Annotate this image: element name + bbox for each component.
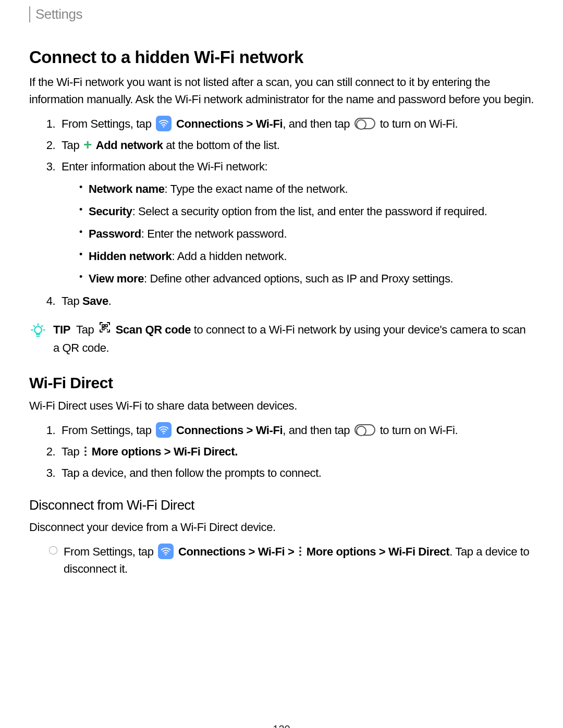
text: . — [235, 445, 238, 458]
network-fields-list: Network name: Type the exact name of the… — [62, 180, 534, 287]
sep: > — [161, 445, 174, 458]
label-add-network: Add network — [96, 139, 163, 152]
field-password: Password: Enter the network password. — [79, 225, 534, 242]
label: View more — [89, 272, 144, 285]
wifi-icon — [158, 544, 174, 559]
label-wifi-direct: Wi-Fi Direct — [174, 445, 235, 458]
label-wifi: Wi-Fi — [258, 545, 285, 558]
lightbulb-icon — [29, 322, 47, 342]
text: : Select a security option from the list… — [132, 205, 487, 218]
intro-wifi-direct: Wi-Fi Direct uses Wi-Fi to share data be… — [29, 397, 534, 414]
qr-code-icon — [99, 321, 111, 338]
label: Security — [89, 205, 132, 218]
field-view-more: View more: Define other advanced options… — [79, 270, 534, 287]
heading-wifi-direct: Wi-Fi Direct — [29, 374, 534, 392]
label-wifi-direct: Wi-Fi Direct — [388, 545, 449, 558]
text: Tap — [62, 139, 82, 152]
heading-hidden-wifi: Connect to a hidden Wi-Fi network — [29, 47, 534, 67]
label-more-options: More options — [307, 545, 376, 558]
step-2: Tap More options > Wi-Fi Direct. — [58, 443, 534, 460]
toggle-icon — [354, 424, 375, 436]
label-wifi: Wi-Fi — [256, 117, 283, 130]
text: at the bottom of the list. — [163, 139, 279, 152]
text: Enter information about the Wi-Fi networ… — [62, 160, 267, 173]
toggle-icon — [354, 118, 375, 129]
field-network-name: Network name: Type the exact name of the… — [79, 180, 534, 198]
step-4: Tap Save. — [58, 292, 534, 310]
text: : Add a hidden network. — [172, 250, 287, 263]
tip-text: TIP Tap Scan QR code to connect to a Wi-… — [53, 321, 534, 356]
text: From Settings, tap — [62, 424, 154, 437]
svg-rect-5 — [105, 328, 106, 329]
text: to turn on Wi-Fi. — [380, 424, 458, 437]
label-scan-qr: Scan QR code — [116, 323, 191, 336]
wifi-icon — [156, 422, 172, 438]
text: to turn on Wi-Fi. — [380, 117, 458, 130]
label: Password — [89, 227, 141, 240]
steps-wifi-direct: From Settings, tap Connections > Wi-Fi, … — [29, 422, 534, 482]
label-save: Save — [82, 294, 108, 307]
sep: > — [246, 545, 258, 558]
field-security: Security: Select a security option from … — [79, 203, 534, 220]
intro-disconnect-wfd: Disconnect your device from a Wi-Fi Dire… — [29, 519, 534, 536]
svg-point-0 — [163, 126, 165, 128]
sep: > — [376, 545, 388, 558]
intro-hidden-wifi: If the Wi-Fi network you want is not lis… — [29, 73, 534, 108]
svg-point-8 — [165, 554, 167, 556]
label-wifi: Wi-Fi — [256, 424, 283, 437]
text: From Settings, tap — [64, 545, 156, 558]
sep: > — [285, 545, 297, 558]
step-2: Tap + Add network at the bottom of the l… — [58, 137, 534, 154]
step-3: Tap a device, and then follow the prompt… — [58, 464, 534, 482]
tip-label: TIP — [53, 323, 70, 336]
tip-block: TIP Tap Scan QR code to connect to a Wi-… — [29, 321, 534, 356]
svg-rect-6 — [107, 329, 108, 330]
text: : Type the exact name of the network. — [165, 182, 348, 195]
more-options-icon — [299, 547, 301, 556]
sep: > — [243, 117, 256, 130]
text: , and then tap — [283, 424, 353, 437]
label-more-options: More options — [92, 445, 161, 458]
svg-point-1 — [34, 327, 42, 334]
text: From Settings, tap — [62, 117, 154, 130]
svg-rect-3 — [105, 325, 107, 327]
label-connections: Connections — [176, 424, 243, 437]
disconnect-steps: From Settings, tap Connections > Wi-Fi >… — [29, 543, 534, 577]
circle-bullet-icon — [49, 546, 57, 554]
steps-hidden-wifi: From Settings, tap Connections > Wi-Fi, … — [29, 115, 534, 310]
step-1: From Settings, tap Connections > Wi-Fi, … — [58, 422, 534, 439]
disconnect-item: From Settings, tap Connections > Wi-Fi >… — [51, 543, 534, 577]
svg-rect-2 — [102, 325, 104, 327]
page-number: 120 — [29, 723, 534, 728]
step-3: Enter information about the Wi-Fi networ… — [58, 158, 534, 287]
breadcrumb: Settings — [29, 6, 534, 22]
text: Tap — [62, 294, 82, 307]
heading-disconnect-wfd: Disconnect from Wi-Fi Direct — [29, 497, 534, 513]
text: Tap — [76, 323, 97, 336]
text: Tap — [62, 445, 82, 458]
field-hidden-network: Hidden network: Add a hidden network. — [79, 248, 534, 265]
label: Hidden network — [89, 250, 172, 263]
svg-point-7 — [163, 433, 165, 434]
sep: > — [243, 424, 256, 437]
svg-rect-4 — [102, 328, 104, 330]
text: : Enter the network password. — [141, 227, 287, 240]
text: , and then tap — [283, 117, 353, 130]
label-connections: Connections — [176, 117, 243, 130]
label: Network name — [89, 182, 165, 195]
label-connections: Connections — [178, 545, 246, 558]
wifi-icon — [156, 116, 172, 131]
text: . — [108, 294, 112, 307]
more-options-icon — [84, 447, 87, 456]
text: : Define other advanced options, such as… — [144, 272, 453, 285]
step-1: From Settings, tap Connections > Wi-Fi, … — [58, 115, 534, 132]
